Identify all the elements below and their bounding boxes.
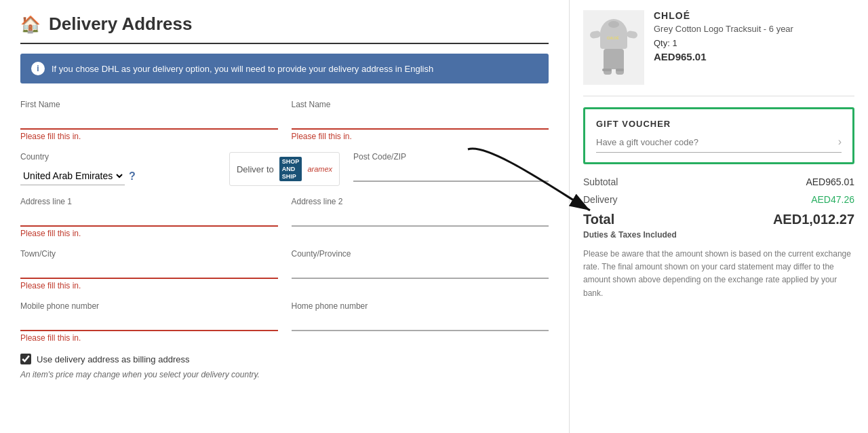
billing-checkbox[interactable] [20,354,31,364]
address2-group: Address line 2 [292,197,549,238]
mobile-input[interactable] [20,314,278,331]
svg-rect-3 [626,31,637,39]
info-banner: i If you chose DHL as your delivery opti… [20,54,549,83]
title-divider [20,43,549,44]
brand-name: CHLOÉ [654,10,854,21]
deliver-to-label: Deliver to [237,164,274,174]
town-label: Town/City [20,249,278,259]
subtotal-row: Subtotal AED965.01 [583,176,854,187]
last-name-input[interactable] [292,112,549,130]
svg-text:CHLOÉ: CHLOÉ [607,35,619,40]
delivery-title-text: Delivery Address [49,14,192,35]
delivery-title: 🏠 Delivery Address [20,14,549,35]
address1-error: Please fill this in. [20,229,278,238]
home-phone-input[interactable] [292,314,549,331]
postcode-input[interactable] [353,164,549,182]
county-label: County/Province [292,249,549,259]
disclaimer-text: Please be aware that the amount shown is… [583,248,854,300]
address2-label: Address line 2 [292,197,549,206]
country-select[interactable]: United Arab Emirates [20,167,125,185]
svg-rect-6 [604,60,612,75]
name-row: First Name Please fill this in. Last Nam… [20,100,549,141]
deliver-to-box[interactable]: Deliver to SHOP AND SHIP aramex [229,152,340,186]
gift-voucher-box: GIFT VOUCHER › [583,107,854,164]
total-row: Total AED1,012.27 [583,212,854,227]
product-qty: Qty: 1 [654,38,854,48]
first-name-input[interactable] [20,112,278,130]
address-row: Address line 1 Please fill this in. Addr… [20,197,549,238]
town-input[interactable] [20,261,278,279]
product-price: AED965.01 [654,51,854,62]
total-label: Total [583,212,614,227]
last-name-error: Please fill this in. [292,132,549,141]
delivery-row: Delivery AED47.26 [583,194,854,205]
gift-arrow-icon: › [838,136,842,148]
address1-label: Address line 1 [20,197,278,206]
town-group: Town/City Please fill this in. [20,249,278,290]
billing-checkbox-row: Use delivery address as billing address [20,354,549,364]
svg-rect-7 [616,60,624,75]
subtotal-label: Subtotal [583,176,618,187]
country-select-wrap: United Arab Emirates ? [20,167,216,185]
product-name: Grey Cotton Logo Tracksuit - 6 year [654,24,854,34]
billing-checkbox-label: Use delivery address as billing address [37,354,189,364]
country-note: An item's price may change when you sele… [20,370,549,379]
last-name-label: Last Name [292,100,549,109]
shop-ship-badge: SHOP AND SHIP [279,157,302,181]
postcode-label: Post Code/ZIP [353,152,549,162]
house-icon: 🏠 [20,15,41,34]
country-group: Country United Arab Emirates ? [20,152,216,185]
mobile-label: Mobile phone number [20,301,278,311]
address1-input[interactable] [20,209,278,227]
info-icon: i [31,62,45,75]
first-name-group: First Name Please fill this in. [20,100,278,141]
delivery-value: AED47.26 [811,194,854,205]
first-name-error: Please fill this in. [20,132,278,141]
svg-rect-2 [589,31,601,39]
svg-rect-1 [600,33,627,49]
home-phone-label: Home phone number [292,301,549,311]
phone-row: Mobile phone number Please fill this in.… [20,301,549,343]
gift-voucher-input[interactable] [596,137,838,147]
home-phone-group: Home phone number [292,301,549,343]
country-row: Country United Arab Emirates ? Deliver t… [20,152,549,186]
total-value: AED1,012.27 [773,212,854,227]
town-row: Town/City Please fill this in. County/Pr… [20,249,549,290]
svg-rect-10 [616,69,624,71]
town-error: Please fill this in. [20,281,278,290]
aeromax-text: aramex [307,165,332,173]
mobile-error: Please fill this in. [20,333,278,343]
gift-voucher-title: GIFT VOUCHER [596,119,842,129]
subtotal-value: AED965.01 [806,176,854,187]
country-label: Country [20,152,216,162]
question-icon[interactable]: ? [129,170,136,183]
first-name-label: First Name [20,100,278,109]
gift-input-row[interactable]: › [596,136,842,153]
svg-point-4 [608,21,619,28]
product-card: CHLOÉ CHLOÉ Grey Cotton Logo Tracksuit -… [583,10,854,96]
product-info: CHLOÉ Grey Cotton Logo Tracksuit - 6 yea… [654,10,854,85]
county-input[interactable] [292,261,549,279]
county-group: County/Province [292,249,549,290]
product-image: CHLOÉ [583,10,644,85]
product-svg: CHLOÉ [587,14,641,81]
delivery-label: Delivery [583,194,618,205]
postcode-group: Post Code/ZIP [353,152,549,182]
duties-text: Duties & Taxes Included [583,230,854,240]
address1-group: Address line 1 Please fill this in. [20,197,278,238]
info-banner-text: If you chose DHL as your delivery option… [52,64,433,74]
address2-input[interactable] [292,209,549,227]
last-name-group: Last Name Please fill this in. [292,100,549,141]
svg-rect-9 [602,69,612,71]
mobile-group: Mobile phone number Please fill this in. [20,301,278,343]
